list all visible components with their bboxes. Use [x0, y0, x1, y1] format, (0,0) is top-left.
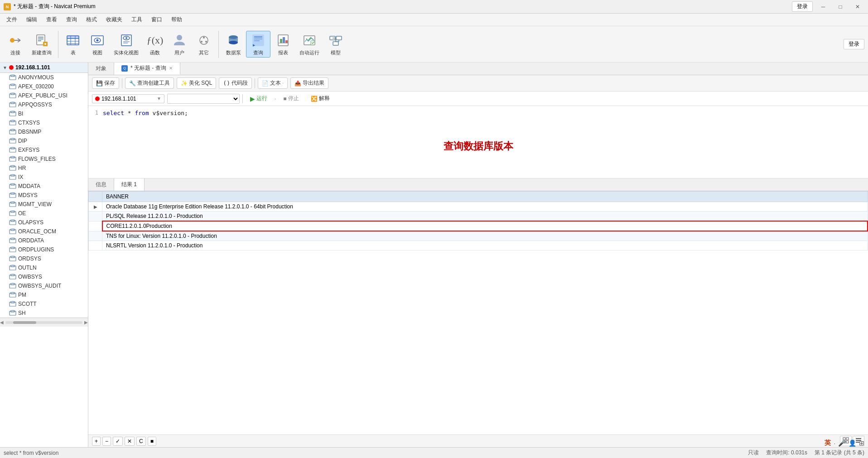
sidebar-item-ctxsys[interactable]: CTXSYS — [0, 118, 88, 127]
table-row[interactable]: TNS for Linux: Version 11.2.0.1.0 - Prod… — [89, 231, 868, 241]
sidebar-item-apex030200[interactable]: APEX_030200 — [0, 82, 88, 91]
ime-grid-icon[interactable]: ⊞ — [859, 439, 864, 447]
database-selector[interactable] — [167, 94, 240, 104]
sidebar-item-bi[interactable]: BI — [0, 109, 88, 118]
save-button[interactable]: 💾 保存 — [92, 77, 119, 89]
sidebar-item-mdsys[interactable]: MDSYS — [0, 191, 88, 200]
toolbar-new-query[interactable]: 新建查询 — [28, 31, 55, 57]
toolbar-user[interactable]: 用户 — [168, 31, 191, 57]
close-button[interactable]: ✕ — [851, 2, 864, 11]
toolbar-report[interactable]: 报表 — [271, 31, 295, 57]
tab-info[interactable]: 信息 — [88, 178, 114, 191]
ime-user-icon[interactable]: 👤 — [849, 439, 856, 447]
user-icon — [171, 32, 188, 48]
minimize-button[interactable]: ─ — [816, 2, 830, 11]
toolbar-view[interactable]: 视图 — [86, 31, 109, 57]
svg-rect-42 — [285, 40, 288, 43]
results-bottom-toolbar: + − ✓ ✕ C ■ — [88, 434, 868, 447]
menu-edit[interactable]: 编辑 — [22, 14, 42, 25]
sidebar-item-flows-files[interactable]: FLOWS_FILES — [0, 154, 88, 164]
stop-refresh-button[interactable]: ■ — [148, 437, 156, 446]
query-builder-button[interactable]: 🔧 查询创建工具 — [125, 77, 174, 89]
toolbar-model[interactable]: 模型 — [324, 31, 347, 57]
refresh-button[interactable]: C — [136, 437, 146, 446]
sidebar-item-ordsys[interactable]: ORDSYS — [0, 254, 88, 263]
scroll-left-icon[interactable]: ◀ — [0, 320, 4, 325]
login-button-toolbar[interactable]: 登录 — [844, 39, 864, 49]
sidebar-scrollbar-track[interactable] — [5, 321, 82, 324]
toolbar-function[interactable]: ƒ(x) 函数 — [143, 31, 167, 57]
scroll-right-icon[interactable]: ▶ — [84, 320, 88, 325]
toolbar-query[interactable]: ▶ 查询 — [246, 31, 270, 58]
toolbar-table[interactable]: 表 — [61, 31, 85, 57]
ime-lang-label[interactable]: 英 — [825, 439, 831, 447]
run-button[interactable]: ▶ 运行 — [246, 93, 272, 104]
toolbar-connect-label: 连接 — [10, 49, 20, 56]
menu-view[interactable]: 查看 — [42, 14, 62, 25]
remove-record-button[interactable]: − — [102, 437, 111, 446]
sidebar-item-anonymous[interactable]: ANONYMOUS — [0, 73, 88, 82]
sql-editor[interactable]: 1 select * from v$version; 查询数据库版本 — [88, 106, 868, 178]
tab-untitled-query[interactable]: Q * 无标题 - 查询 ✕ — [114, 63, 180, 75]
ime-mic-icon[interactable]: 🎤 — [838, 439, 846, 447]
stop-button[interactable]: ■ 停止 — [279, 93, 303, 104]
tab-objects[interactable]: 对象 — [88, 63, 114, 75]
sidebar-item-oracle-ocm[interactable]: ORACLE_OCM — [0, 227, 88, 236]
cancel-record-button[interactable]: ✕ — [125, 437, 135, 446]
sidebar-item-orddata[interactable]: ORDDATA — [0, 236, 88, 245]
schema-icon — [9, 274, 16, 280]
sidebar-item-owbsys[interactable]: OWBSYS — [0, 272, 88, 281]
toolbar-connect[interactable]: 连接 — [4, 31, 27, 57]
menu-file[interactable]: 文件 — [2, 14, 22, 25]
toolbar-mat-view[interactable]: 实体化视图 — [110, 31, 142, 57]
sidebar-item-scott[interactable]: SCOTT — [0, 299, 88, 309]
menu-help[interactable]: 帮助 — [167, 14, 187, 25]
sidebar-item-ordplugins[interactable]: ORDPLUGINS — [0, 245, 88, 254]
sidebar-item-dbsnmp[interactable]: DBSNMP — [0, 127, 88, 136]
toolbar-datapump[interactable]: 数据泵 — [222, 31, 245, 57]
menu-format[interactable]: 格式 — [82, 14, 101, 25]
toolbar-other[interactable]: 其它 — [192, 31, 216, 57]
tab-close-icon[interactable]: ✕ — [169, 66, 173, 71]
sidebar-item-oe[interactable]: OE — [0, 209, 88, 218]
sidebar-item-hr[interactable]: HR — [0, 164, 88, 173]
add-record-button[interactable]: + — [92, 437, 101, 446]
schema-icon — [9, 310, 16, 316]
table-row[interactable]: NLSRTL Version 11.2.0.1.0 - Production — [89, 241, 868, 251]
explain-button[interactable]: 🔀 解释 — [306, 93, 334, 104]
sidebar-item-owbsys-audit[interactable]: OWBSYS_AUDIT — [0, 281, 88, 290]
function-icon: ƒ(x) — [147, 32, 163, 48]
sidebar-item-mgmt-view[interactable]: MGMT_VIEW — [0, 200, 88, 209]
login-button[interactable]: 登录 — [792, 1, 813, 12]
sidebar-item-appqossys[interactable]: APPQOSSYS — [0, 100, 88, 109]
text-button[interactable]: 📄 文本 · — [258, 77, 288, 89]
sidebar-item-pm[interactable]: PM — [0, 290, 88, 299]
code-snippet-button[interactable]: () 代码段 — [219, 77, 252, 89]
menu-tools[interactable]: 工具 — [127, 14, 147, 25]
sidebar-item-outln[interactable]: OUTLN — [0, 263, 88, 272]
results-table-wrapper[interactable]: BANNER ▶ Oracle Database 11g Enterprise … — [88, 191, 868, 434]
menu-window[interactable]: 窗口 — [147, 14, 167, 25]
confirm-record-button[interactable]: ✓ — [113, 437, 123, 446]
sidebar-item-olapsys[interactable]: OLAPSYS — [0, 218, 88, 227]
menu-query[interactable]: 查询 — [62, 14, 82, 25]
table-row[interactable]: CORE11.2.0.1.0Production — [89, 221, 868, 231]
export-results-button[interactable]: 📤 导出结果 — [290, 77, 328, 89]
banner-cell-1: Oracle Database 11g Enterprise Edition R… — [102, 202, 868, 212]
connection-selector[interactable]: 192.168.1.101 ▼ — [92, 94, 164, 103]
sidebar-connection-header[interactable]: ▼ 192.168.1.101 — [0, 63, 88, 73]
sidebar-item-exfsys[interactable]: EXFSYS — [0, 145, 88, 154]
table-row[interactable]: PL/SQL Release 11.2.0.1.0 - Production — [89, 212, 868, 222]
table-row[interactable]: ▶ Oracle Database 11g Enterprise Edition… — [89, 202, 868, 212]
sidebar-item-dip[interactable]: DIP — [0, 136, 88, 145]
sidebar-item-sh[interactable]: SH — [0, 309, 88, 318]
sql-line-1: 1 select * from v$version; — [88, 110, 868, 116]
menu-favorites[interactable]: 收藏夹 — [101, 14, 127, 25]
sidebar-item-ix[interactable]: IX — [0, 173, 88, 182]
maximize-button[interactable]: □ — [834, 2, 847, 11]
tab-result1[interactable]: 结果 1 — [114, 178, 145, 191]
sidebar-item-mddata[interactable]: MDDATA — [0, 182, 88, 191]
sidebar-item-apex-public-user[interactable]: APEX_PUBLIC_USI — [0, 91, 88, 100]
toolbar-autorun[interactable]: 自动运行 — [296, 31, 323, 57]
beautify-sql-button[interactable]: ✨ 美化 SQL — [177, 77, 216, 89]
